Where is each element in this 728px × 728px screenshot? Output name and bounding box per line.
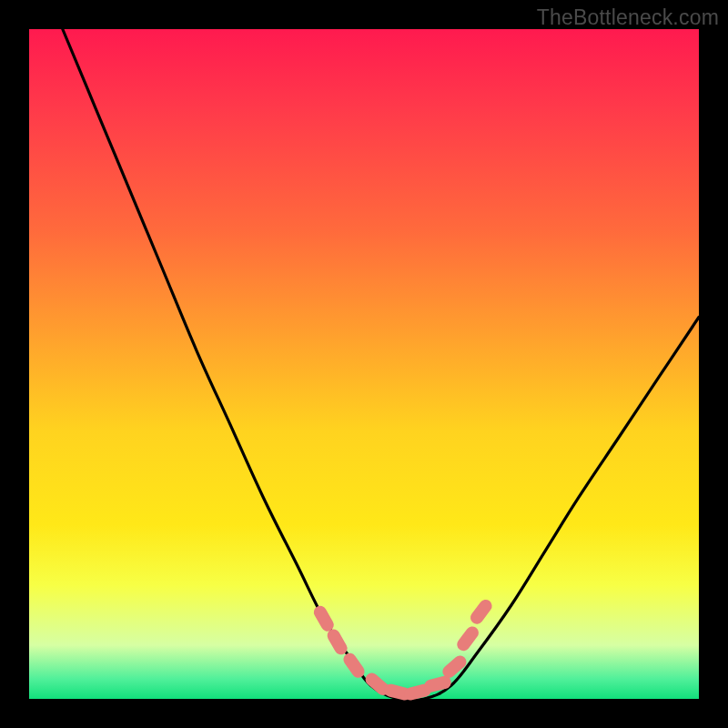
curve-marker [468, 597, 494, 626]
curve-markers [311, 597, 494, 702]
bottleneck-curve [63, 29, 699, 701]
outer-frame: TheBottleneck.com [0, 0, 728, 728]
curve-marker [311, 603, 336, 633]
plot-area [29, 29, 699, 699]
curve-marker [454, 624, 480, 653]
watermark-text: TheBottleneck.com [537, 5, 719, 30]
bottleneck-chart [29, 29, 699, 699]
